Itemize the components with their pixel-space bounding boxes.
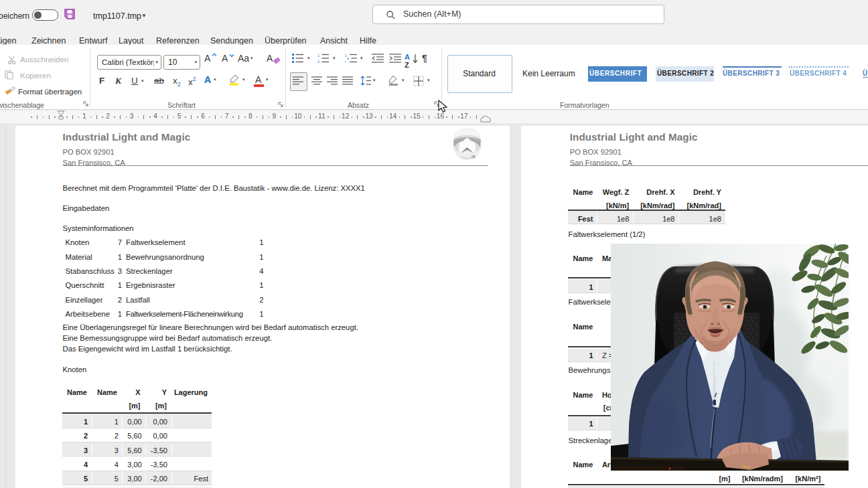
svg-text:i: i bbox=[345, 60, 346, 63]
svg-text:a: a bbox=[347, 56, 349, 60]
svg-text:1: 1 bbox=[317, 54, 319, 58]
svg-text:2: 2 bbox=[317, 60, 319, 63]
